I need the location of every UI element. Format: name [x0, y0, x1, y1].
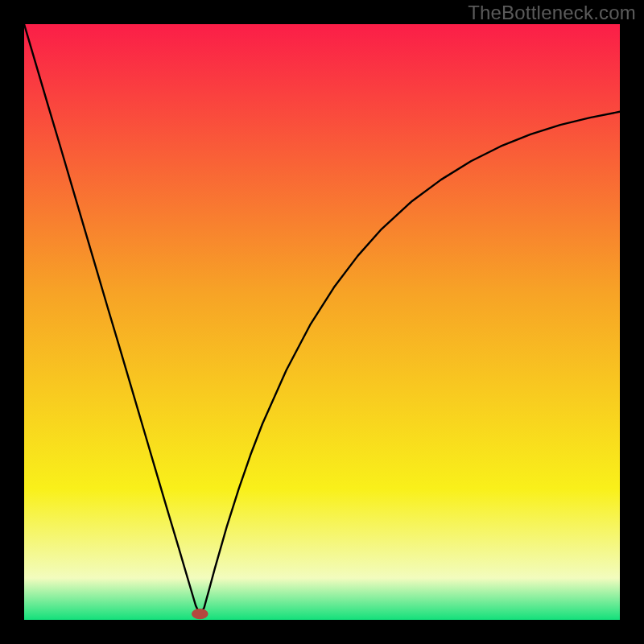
chart-frame: TheBottleneck.com [0, 0, 644, 644]
gradient-background [24, 24, 620, 620]
watermark-text: TheBottleneck.com [468, 2, 636, 24]
optimal-point-marker [192, 609, 208, 619]
plot-area [24, 24, 620, 620]
bottleneck-chart-svg [24, 24, 620, 620]
